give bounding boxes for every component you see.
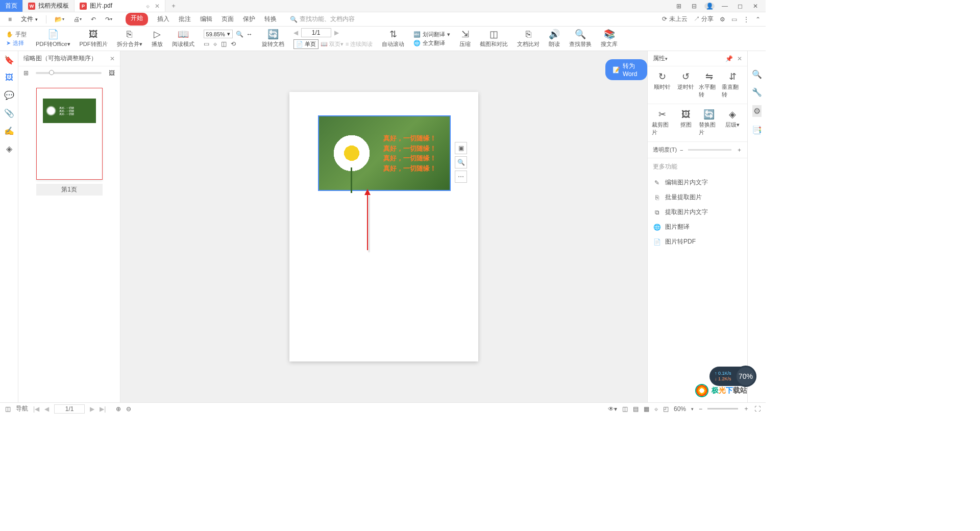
view-mode-1-icon[interactable]: ◫ — [622, 405, 628, 413]
collapse-icon[interactable]: ⌃ — [755, 16, 761, 23]
eye-icon[interactable]: 👁▾ — [608, 405, 617, 413]
maximize-icon[interactable]: ◻ — [735, 3, 745, 10]
opacity-slider[interactable] — [688, 149, 731, 151]
rotate-cw-button[interactable]: ↻顺时针 — [652, 71, 673, 99]
flip-h-button[interactable]: ⇋水平翻转 — [699, 71, 720, 99]
collapse-view-icon[interactable]: ⊖ — [126, 405, 131, 413]
tab-template[interactable]: W 找稻壳模板 — [23, 0, 75, 12]
present-icon[interactable]: ▭ — [731, 16, 737, 23]
grid-icon[interactable]: ⊟ — [689, 3, 699, 10]
search-lib-button[interactable]: 📚搜文库 — [601, 29, 618, 48]
extract-image-text-button[interactable]: ⧉提取图片内文字 — [653, 205, 742, 220]
close-thumbnail-icon[interactable]: ✕ — [110, 55, 115, 62]
menu-tab-convert[interactable]: 转换 — [264, 13, 277, 26]
hand-tool[interactable]: ✋ 手型 — [6, 31, 27, 38]
file-menu[interactable]: 文件 ▾ — [18, 14, 41, 25]
full-translate-button[interactable]: 🌐 全文翻译 — [413, 39, 450, 47]
convert-to-word-button[interactable]: 📝 转为Word — [605, 59, 647, 80]
close-window-icon[interactable]: ✕ — [750, 3, 761, 10]
zoom-width-icon[interactable]: ↔ — [247, 31, 253, 38]
zoom-out-button[interactable]: − — [699, 405, 702, 413]
float-zoom-icon[interactable]: 🔍 — [455, 156, 467, 168]
flip-v-button[interactable]: ⇵垂直翻转 — [722, 71, 743, 99]
menu-tab-annotate[interactable]: 批注 — [179, 13, 191, 26]
prev-page-button[interactable]: ◀ — [44, 405, 49, 413]
edit-image-text-button[interactable]: ✎编辑图片内文字 — [653, 175, 742, 190]
cutout-button[interactable]: 🖼抠图 — [675, 109, 697, 136]
page-number-input[interactable]: 1/1 — [54, 404, 85, 414]
last-page-icon[interactable]: ▶ — [334, 29, 339, 36]
play-button[interactable]: ▷播放 — [152, 29, 163, 48]
selected-image[interactable]: 真好，一切随缘！ 真好，一切随缘！ 真好，一切随缘！ 真好，一切随缘！ ▣ 🔍 … — [318, 115, 451, 191]
select-tool[interactable]: ➤ 选择 — [6, 39, 27, 47]
image-translate-button[interactable]: 🌐图片翻译 — [653, 220, 742, 234]
attachments-icon[interactable]: 📎 — [4, 108, 14, 118]
hamburger-icon[interactable]: ≡ — [5, 15, 15, 24]
thumb-settings-icon[interactable]: ⊞ — [23, 69, 29, 77]
batch-extract-button[interactable]: ⎘批量提取图片 — [653, 190, 742, 205]
rotate-icon[interactable]: ⟲ — [231, 40, 236, 47]
read-mode-button[interactable]: 📖阅读模式 — [172, 29, 194, 48]
menu-tab-protect[interactable]: 保护 — [243, 13, 255, 26]
opacity-decrease[interactable]: − — [680, 147, 683, 153]
crop-image-button[interactable]: ✂裁剪图片 — [652, 109, 673, 136]
stamp-icon[interactable]: 🔍 — [752, 69, 762, 79]
view-mode-3-icon[interactable]: ▦ — [644, 405, 649, 413]
pages-icon[interactable]: 📑 — [752, 125, 762, 135]
crop-icon[interactable]: ⟐ — [213, 40, 217, 47]
next-page-button[interactable]: ▶ — [90, 405, 94, 413]
nav-label[interactable]: 导航 — [16, 404, 28, 413]
crop-view-icon[interactable]: ⟐ — [654, 405, 658, 413]
layers-icon[interactable]: ◈ — [6, 144, 12, 154]
cloud-status[interactable]: ⟳ 未上云 — [662, 15, 687, 23]
thumbnail-size-slider[interactable] — [36, 72, 102, 74]
fullscreen-icon[interactable]: ⛶ — [754, 405, 761, 413]
redo-icon[interactable]: ↷▾ — [102, 15, 115, 24]
thumb-view-icon[interactable]: 🖼 — [109, 69, 115, 77]
pin-icon[interactable]: ⟐ — [146, 3, 150, 10]
menu-tab-start[interactable]: 开始 — [126, 13, 148, 26]
fit-view-icon[interactable]: ◰ — [663, 405, 669, 413]
rotate-doc-button[interactable]: 🔄旋转文档 — [262, 29, 284, 48]
expand-view-icon[interactable]: ⊕ — [116, 405, 121, 413]
layout-icon[interactable]: ⊞ — [674, 3, 684, 10]
print-icon[interactable]: 🖨▾ — [70, 15, 85, 24]
first-page-button[interactable]: |◀ — [33, 405, 39, 413]
tab-home[interactable]: 首页 — [0, 0, 23, 12]
menu-tab-page[interactable]: 页面 — [222, 13, 234, 26]
zoom-level[interactable]: 60% — [674, 405, 686, 413]
page-indicator[interactable]: 1/1 — [301, 28, 331, 37]
outline-icon[interactable]: ◫ — [5, 405, 11, 413]
replace-image-button[interactable]: 🔄替换图片 — [699, 109, 720, 136]
zoom-dropdown[interactable]: 59.85% ▾ — [204, 30, 233, 38]
opacity-increase[interactable]: ＋ — [737, 146, 742, 154]
screenshot-compare-button[interactable]: ◫截图和对比 — [480, 29, 508, 48]
tab-document[interactable]: P 图片.pdf ⟐ ✕ — [75, 0, 165, 12]
zoom-in-button[interactable]: ＋ — [743, 404, 749, 413]
new-tab-button[interactable]: ＋ — [165, 0, 182, 12]
read-aloud-button[interactable]: 🔊朗读 — [549, 29, 560, 48]
split-merge-button[interactable]: ⎘拆分合并▾ — [117, 29, 142, 48]
pdf-to-office-button[interactable]: 📄PDF转Office▾ — [36, 29, 70, 48]
thumbnail-page-1[interactable]: 真好.. 一切随真好.. 一切随真好.. 一切随 — [36, 88, 103, 180]
signature-icon[interactable]: ✍ — [4, 126, 14, 136]
image-to-pdf-button[interactable]: 📄图片转PDF — [653, 234, 742, 249]
properties-tab-icon[interactable]: ⚙ — [752, 105, 762, 117]
find-replace-button[interactable]: 🔍查找替换 — [569, 29, 592, 48]
zoom-slider[interactable] — [707, 408, 738, 409]
word-translate-button[interactable]: 🔤 划词翻译▾ — [413, 31, 450, 38]
float-more-icon[interactable]: ⋯ — [455, 171, 467, 183]
close-tab-icon[interactable]: ✕ — [155, 3, 160, 10]
last-page-button[interactable]: ▶| — [100, 405, 106, 413]
pin-panel-icon[interactable]: 📌 — [725, 55, 733, 62]
auto-scroll-button[interactable]: ⇅自动滚动 — [382, 29, 404, 48]
search-box[interactable]: 🔍 查找功能、文档内容 — [290, 15, 355, 23]
compress-button[interactable]: ⇲压缩 — [459, 29, 471, 48]
close-panel-icon[interactable]: ✕ — [737, 55, 742, 62]
double-page-button[interactable]: 📖 双页▾ — [321, 40, 344, 48]
user-avatar-icon[interactable]: 👤 — [704, 3, 715, 10]
float-fit-icon[interactable]: ▣ — [455, 142, 467, 154]
continuous-button[interactable]: ≡ 连续阅读 — [346, 40, 373, 48]
document-page[interactable]: 真好，一切随缘！ 真好，一切随缘！ 真好，一切随缘！ 真好，一切随缘！ ▣ 🔍 … — [289, 92, 478, 361]
menu-tab-edit[interactable]: 编辑 — [200, 13, 212, 26]
